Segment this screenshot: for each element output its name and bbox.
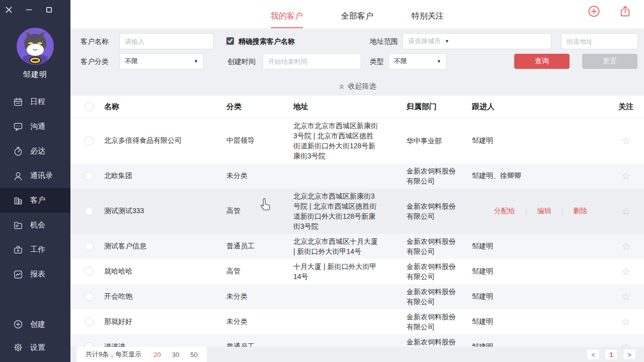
table-row[interactable]: 测试测试333高管北京北京市西城区新康街3号院 | 北京市西城区德胜街道新街口外… — [70, 189, 644, 234]
follow-person: 邹建明、徐卿卿 — [472, 171, 521, 179]
page-size-30[interactable]: 30 — [172, 351, 179, 358]
exact-search-label: 精确搜索客户名称 — [238, 33, 295, 49]
row-radio[interactable] — [85, 171, 94, 180]
table-header: 名称 分类 地址 归属部门 跟进人 关注 — [70, 96, 644, 118]
page-size-options: 203050 — [153, 351, 197, 358]
category-select[interactable]: 不限 ▼ — [119, 53, 204, 69]
contacts-icon — [13, 171, 23, 181]
page-size-50[interactable]: 50 — [190, 351, 197, 358]
customer-address: 北京市北京市西城区新康街3号院 | 北京市西城区德胜街道新街口外大街128号新康… — [293, 121, 380, 161]
app-window: 邹建明 日程沟通必达通讯录客户机会工作报表 创建设置 我的客户全部客户特别关注 … — [0, 0, 644, 362]
sidebar-item-contacts[interactable]: 通讯录 — [0, 163, 70, 188]
delete-action-link[interactable]: 删除 — [573, 207, 587, 216]
page-size-box: 共计9条，每页显示 203050 — [76, 347, 207, 362]
close-icon[interactable] — [5, 6, 13, 14]
edit-action-link[interactable]: 编辑 — [537, 207, 551, 216]
customer-name-input[interactable] — [119, 33, 214, 49]
sidebar-item-label: 设置 — [30, 343, 45, 352]
sidebar-item-chat[interactable]: 沟通 — [0, 114, 70, 139]
customer-dept: 华中事业部 — [407, 136, 460, 146]
star-icon[interactable]: ☆ — [621, 291, 630, 302]
sidebar-item-reports[interactable]: 报表 — [0, 262, 70, 287]
customer-name[interactable]: 就哈哈哈 — [104, 267, 226, 276]
sidebar-item-label: 创建 — [30, 320, 45, 329]
star-icon[interactable]: ☆ — [621, 170, 630, 182]
chevron-down-icon: ▼ — [194, 59, 198, 64]
city-select-value: 请选择城市 — [408, 37, 441, 46]
search-button[interactable]: 查询 — [514, 54, 570, 69]
row-radio[interactable] — [85, 267, 94, 276]
header-follow: 跟进人 — [472, 102, 616, 112]
tab-my-customers[interactable]: 我的客户 — [271, 11, 303, 28]
avatar[interactable] — [16, 27, 54, 65]
folder-icon — [13, 220, 23, 230]
created-time-input[interactable] — [263, 53, 361, 69]
table-row[interactable]: 测试客户信息普通员工北京北京市西城区十月大厦 | 新街口外大街甲14号金新农饲料… — [70, 234, 644, 259]
customer-category-label: 客户分类 — [80, 53, 109, 69]
collapse-filter-button[interactable]: 收起筛选 — [339, 82, 376, 91]
customer-address: 北京北京市西城区新康街3号院 | 北京市西城区德胜街道新街口外大街128号新康街… — [293, 191, 380, 231]
sidebar-item-create[interactable]: 创建 — [0, 313, 70, 336]
row-radio[interactable] — [85, 242, 94, 251]
tab-all-customers[interactable]: 全部客户 — [341, 11, 373, 28]
row-radio[interactable] — [85, 292, 94, 301]
customer-dept: 金新农饲料股份有限公司 — [407, 312, 460, 332]
exact-search-checkbox[interactable] — [226, 37, 234, 45]
sidebar-item-label: 机会 — [30, 220, 45, 230]
star-icon[interactable]: ☆ — [621, 316, 630, 327]
sidebar-item-settings[interactable]: 设置 — [0, 336, 70, 359]
page-size-20[interactable]: 20 — [153, 351, 160, 358]
sidebar-item-label: 工作 — [30, 245, 45, 254]
header-category: 分类 — [226, 102, 293, 112]
row-radio[interactable] — [85, 136, 94, 145]
maximize-icon[interactable] — [45, 6, 53, 14]
select-all-radio[interactable] — [85, 102, 94, 111]
chevron-down-icon: ▼ — [437, 59, 441, 64]
sidebar-item-customers[interactable]: 客户 — [0, 188, 70, 213]
customer-name[interactable]: 开会吃饱 — [104, 292, 226, 301]
table-row[interactable]: 开会吃饱未分类金新农饲料股份有限公司邹建明☆ — [70, 284, 644, 309]
customer-name[interactable]: 北欧集团 — [104, 171, 226, 180]
star-icon[interactable]: ☆ — [621, 135, 630, 146]
export-button[interactable] — [618, 5, 632, 18]
row-radio[interactable] — [85, 207, 94, 216]
tabs: 我的客户全部客户特别关注 — [271, 11, 444, 28]
table-row[interactable]: 就哈哈哈高管十月大厦 | 新街口外大街甲14号金新农饲料股份有限公司邹建明☆ — [70, 259, 644, 284]
tab-special-follow[interactable]: 特别关注 — [412, 11, 444, 28]
topbar: 我的客户全部客户特别关注 — [70, 0, 644, 28]
total-count-text: 共计9条，每页显示 — [86, 350, 141, 359]
row-radio[interactable] — [85, 317, 94, 326]
customer-name[interactable]: 测试测试333 — [104, 207, 226, 216]
sidebar-item-work[interactable]: 工作 — [0, 237, 70, 262]
prev-page-button[interactable]: < — [587, 349, 600, 360]
star-icon[interactable]: ☆ — [621, 241, 630, 252]
sidebar-item-schedule[interactable]: 日程 — [0, 89, 70, 114]
table-row[interactable]: 那就好好未分类金新农饲料股份有限公司邹建明☆ — [70, 309, 644, 334]
reset-button[interactable]: 重置 — [582, 54, 637, 69]
created-time-label: 创建时间 — [227, 53, 256, 69]
type-select[interactable]: 不限 ▼ — [388, 53, 447, 69]
table-row[interactable]: 北欧集团未分类金新农饲料股份有限公司邹建明、徐卿卿☆ — [70, 163, 644, 189]
add-button[interactable] — [587, 5, 601, 18]
chevrons-up-icon — [339, 83, 345, 90]
street-address-input[interactable] — [561, 33, 638, 49]
next-page-button[interactable]: > — [623, 349, 636, 360]
current-page-button[interactable]: 1 — [605, 349, 618, 360]
customer-name[interactable]: 测试客户信息 — [104, 242, 226, 251]
minimize-icon[interactable] — [25, 6, 33, 14]
customer-name[interactable]: 北京多倍得食品有限公司 — [104, 136, 226, 145]
star-icon[interactable]: ☆ — [621, 266, 630, 277]
customer-category: 普通员工 — [226, 242, 293, 251]
star-icon[interactable]: ☆ — [621, 206, 630, 217]
sidebar-item-bida[interactable]: 必达 — [0, 139, 70, 163]
table-row[interactable]: 北京多倍得食品有限公司中层领导北京市北京市西城区新康街3号院 | 北京市西城区德… — [70, 118, 644, 163]
chat-icon — [13, 122, 23, 132]
customer-dept: 金新农饲料股份有限公司 — [407, 261, 460, 282]
sidebar-item-chances[interactable]: 机会 — [0, 213, 70, 237]
customer-name[interactable]: 那就好好 — [104, 317, 226, 326]
assign-action-link[interactable]: 分配给 — [494, 207, 515, 216]
gear-icon — [13, 342, 23, 352]
city-select[interactable]: 请选择城市 ▼ — [403, 33, 551, 49]
action-divider: | — [525, 207, 527, 215]
sidebar-item-label: 沟通 — [30, 122, 45, 131]
